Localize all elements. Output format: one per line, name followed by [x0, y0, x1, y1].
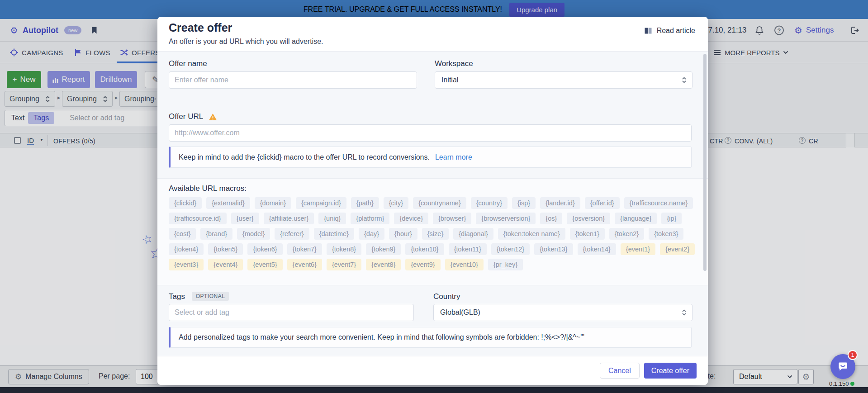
version-number: 0.1.150: [829, 380, 849, 387]
macro-row: {token4}{token5}{token6}{token7}{token8}…: [169, 243, 694, 255]
macro-chip-event10[interactable]: {event10}: [445, 259, 484, 270]
macro-chip-os[interactable]: {os}: [540, 213, 562, 224]
macro-chip-osversion[interactable]: {osversion}: [567, 213, 610, 224]
clickid-note: Keep in mind to add the {clickid} macro …: [169, 147, 692, 168]
macro-chip-token2[interactable]: {token2}: [609, 228, 644, 240]
tags-note-text: Add personalized tags to make your searc…: [179, 333, 584, 341]
macro-chip-event1[interactable]: {event1}: [621, 243, 655, 255]
macro-chip-event7[interactable]: {event7}: [327, 259, 361, 270]
macros-label: Available URL macros:: [169, 184, 247, 193]
macro-chip-lander-id[interactable]: {lander.id}: [540, 197, 580, 209]
chat-bubble-icon: [837, 360, 849, 373]
modal-subtitle: An offer is your ad URL which you will a…: [169, 38, 323, 46]
offer-url-label: Offer URL: [169, 112, 203, 121]
book-icon: [644, 27, 653, 34]
macro-chip-token1[interactable]: {token1}: [570, 228, 605, 240]
macro-chip-event2[interactable]: {event2}: [660, 243, 695, 255]
macro-chip-path[interactable]: {path}: [351, 197, 379, 209]
chevron-updown-icon: [682, 76, 687, 84]
macro-chip-hour[interactable]: {hour}: [389, 228, 417, 240]
macro-chip-token13[interactable]: {token13}: [534, 243, 573, 255]
macro-chip-brand[interactable]: {brand}: [200, 228, 232, 240]
country-select[interactable]: Global(GLB): [433, 304, 693, 321]
macro-chip-token4[interactable]: {token4}: [169, 243, 204, 255]
chat-unread-badge: 1: [848, 350, 858, 360]
macro-chip-token10[interactable]: {token10}: [405, 243, 444, 255]
workspace-select[interactable]: Initial: [435, 71, 693, 89]
macro-chip-datetime[interactable]: {datetime}: [314, 228, 354, 240]
offer-url-label-row: Offer URL: [169, 112, 217, 121]
macro-chip-referer[interactable]: {referer}: [275, 228, 309, 240]
macro-row: {clickid}{externalid}{domain}{campaign.i…: [169, 197, 694, 209]
macro-row: {trafficsource.id}{user}{affiliate.user}…: [169, 213, 694, 224]
modal-scrollbar-thumb[interactable]: [703, 54, 707, 271]
macro-chip-affiliate-user[interactable]: {affiliate.user}: [264, 213, 314, 224]
macro-chip-language[interactable]: {language}: [615, 213, 657, 224]
macro-chip-ip[interactable]: {ip}: [661, 213, 682, 224]
tags-input[interactable]: [169, 304, 414, 321]
learn-more-link[interactable]: Learn more: [435, 153, 472, 161]
macro-chip-token14[interactable]: {token14}: [578, 243, 616, 255]
clickid-note-text: Keep in mind to add the {clickid} macro …: [179, 153, 430, 161]
macro-row: {cost}{brand}{model}{referer}{datetime}{…: [169, 228, 694, 240]
macro-chip-city[interactable]: {city}: [384, 197, 408, 209]
read-article-label: Read article: [657, 27, 695, 35]
macro-chip-event5[interactable]: {event5}: [247, 259, 282, 270]
macro-chip-event8[interactable]: {event8}: [366, 259, 401, 270]
macro-chip-token6[interactable]: {token6}: [247, 243, 282, 255]
macro-chip-trafficsource-name[interactable]: {trafficsource.name}: [624, 197, 693, 209]
country-label: Country: [433, 292, 460, 301]
macro-chip-token3[interactable]: {token3}: [649, 228, 683, 240]
macro-chip-token-token-name[interactable]: {token:token name}: [498, 228, 565, 240]
macro-chip-uniq[interactable]: {uniq}: [318, 213, 346, 224]
macro-chip-size[interactable]: {size}: [422, 228, 449, 240]
macro-chip-token12[interactable]: {token12}: [491, 243, 530, 255]
workspace-select-value: Initial: [441, 76, 458, 84]
macro-chip-cost[interactable]: {cost}: [169, 228, 196, 240]
macro-chip-campaign-id[interactable]: {campaign.id}: [296, 197, 346, 209]
macro-chip-clickid[interactable]: {clickid}: [169, 197, 202, 209]
tags-label: Tags: [169, 292, 185, 301]
create-offer-modal: Create offer An offer is your ad URL whi…: [157, 17, 708, 385]
macro-chip-model[interactable]: {model}: [237, 228, 270, 240]
warning-icon: [209, 113, 217, 121]
macro-chip-platform[interactable]: {platform}: [351, 213, 389, 224]
macro-chip-browserversion[interactable]: {browserversion}: [476, 213, 536, 224]
macro-chip-event6[interactable]: {event6}: [287, 259, 322, 270]
macro-chip-countryname[interactable]: {countryname}: [413, 197, 466, 209]
macro-chip-token7[interactable]: {token7}: [287, 243, 322, 255]
macro-chip-domain[interactable]: {domain}: [255, 197, 291, 209]
macro-chip-country[interactable]: {country}: [471, 197, 508, 209]
modal-title: Create offer: [169, 21, 232, 34]
macro-chip-offer-id[interactable]: {offer.id}: [585, 197, 620, 209]
optional-badge: OPTIONAL: [192, 292, 229, 301]
offer-url-input[interactable]: [169, 124, 692, 142]
macro-chip-device[interactable]: {device}: [394, 213, 428, 224]
chevron-updown-icon: [682, 309, 687, 316]
read-article-link[interactable]: Read article: [644, 27, 695, 35]
macro-chip-pr-key[interactable]: {pr_key}: [488, 259, 523, 270]
macro-chip-isp[interactable]: {isp}: [512, 197, 536, 209]
macro-chip-event3[interactable]: {event3}: [169, 259, 204, 270]
macro-chip-token8[interactable]: {token8}: [327, 243, 361, 255]
modal-footer: Cancel Create offer: [157, 356, 708, 385]
macro-chip-token11[interactable]: {token11}: [449, 243, 487, 255]
macro-chip-token9[interactable]: {token9}: [366, 243, 401, 255]
cancel-button[interactable]: Cancel: [600, 363, 640, 379]
country-select-value: Global(GLB): [440, 308, 480, 317]
create-offer-button[interactable]: Create offer: [644, 363, 697, 379]
macro-chip-browser[interactable]: {browser}: [433, 213, 471, 224]
macro-rows: {clickid}{externalid}{domain}{campaign.i…: [169, 197, 694, 274]
macro-row: {event3}{event4}{event5}{event6}{event7}…: [169, 259, 694, 270]
offer-name-label: Offer name: [169, 59, 207, 68]
offer-name-input[interactable]: [169, 71, 417, 89]
version-label: 0.1.150: [829, 380, 854, 387]
macro-chip-trafficsource-id[interactable]: {trafficsource.id}: [169, 213, 227, 224]
macro-chip-user[interactable]: {user}: [231, 213, 259, 224]
macro-chip-day[interactable]: {day}: [359, 228, 384, 240]
macro-chip-diagonal[interactable]: {diagonal}: [453, 228, 493, 240]
macro-chip-event4[interactable]: {event4}: [208, 259, 243, 270]
macro-chip-event9[interactable]: {event9}: [405, 259, 440, 270]
macro-chip-token5[interactable]: {token5}: [208, 243, 243, 255]
macro-chip-externalid[interactable]: {externalid}: [206, 197, 250, 209]
